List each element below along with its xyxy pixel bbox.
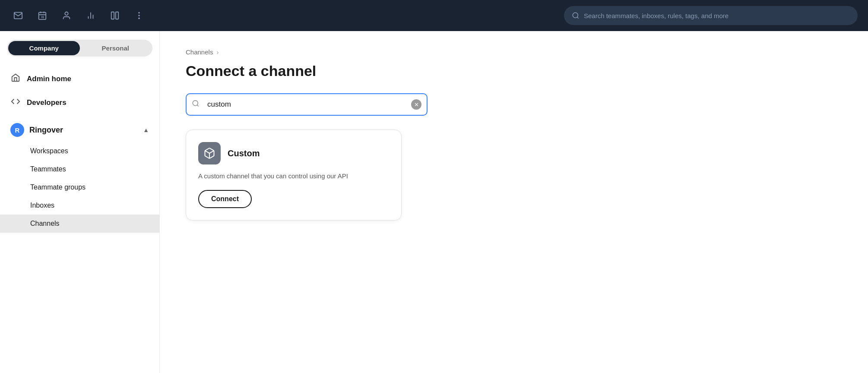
panels-icon[interactable] [107,8,123,23]
breadcrumb-channels-link[interactable]: Channels [186,48,213,56]
company-toggle-btn[interactable]: Company [8,41,80,55]
sidebar-sub-inboxes[interactable]: Inboxes [0,196,159,215]
global-search-input[interactable] [584,12,850,19]
channel-name: Custom [228,149,260,158]
breadcrumb: Channels › [186,48,842,56]
chevron-up-icon: ▲ [143,126,149,133]
sidebar-sub-teammate-groups[interactable]: Teammate groups [0,178,159,196]
ringover-section-header[interactable]: R Ringover ▲ [0,118,159,142]
inbox-icon[interactable] [10,8,26,23]
developers-icon [10,97,21,108]
svg-point-16 [193,101,198,106]
svg-text:31: 31 [41,16,44,19]
sidebar-sub-channels[interactable]: Channels [0,215,159,233]
company-personal-toggle: Company Personal [7,40,152,57]
developers-label: Developers [27,98,67,107]
content-area: Channels › Connect a channel ✕ [160,31,868,373]
ringover-avatar: R [10,123,24,137]
custom-channel-icon [198,142,221,164]
svg-point-13 [139,18,139,19]
svg-rect-10 [116,12,118,19]
custom-channel-card: Custom A custom channel that you can con… [186,130,402,221]
top-navbar: 31 [0,0,868,31]
channel-search-clear-btn[interactable]: ✕ [411,99,421,110]
calendar-icon[interactable]: 31 [35,8,50,23]
sidebar: Company Personal Admin home Developers [0,31,160,373]
channel-search-icon [192,100,200,110]
main-layout: Company Personal Admin home Developers [0,31,868,373]
page-title: Connect a channel [186,63,842,79]
more-icon[interactable] [131,8,147,23]
analytics-icon[interactable] [83,8,98,23]
channel-search-input[interactable] [186,93,428,116]
svg-point-11 [139,13,139,13]
svg-line-15 [577,17,578,18]
connect-button[interactable]: Connect [198,190,252,208]
search-icon [572,12,580,19]
svg-point-12 [139,15,139,16]
breadcrumb-separator: › [216,48,219,56]
svg-point-14 [573,13,578,18]
admin-home-label: Admin home [27,75,71,83]
sidebar-sub-workspaces[interactable]: Workspaces [0,142,159,160]
channel-search-container: ✕ [186,93,428,116]
svg-point-5 [65,12,68,15]
personal-toggle-btn[interactable]: Personal [80,41,152,55]
svg-line-17 [197,105,198,106]
sidebar-sub-teammates[interactable]: Teammates [0,160,159,178]
sidebar-item-developers[interactable]: Developers [0,91,159,114]
home-icon [10,73,21,85]
sidebar-item-admin-home[interactable]: Admin home [0,67,159,91]
global-search-bar[interactable] [564,6,858,25]
ringover-title: Ringover [29,126,138,135]
channel-card-header: Custom [198,142,389,164]
contacts-icon[interactable] [59,8,74,23]
svg-rect-9 [111,12,114,19]
ringover-section: R Ringover ▲ Workspaces Teammates Teamma… [0,118,159,233]
channel-description: A custom channel that you can control us… [198,171,389,181]
